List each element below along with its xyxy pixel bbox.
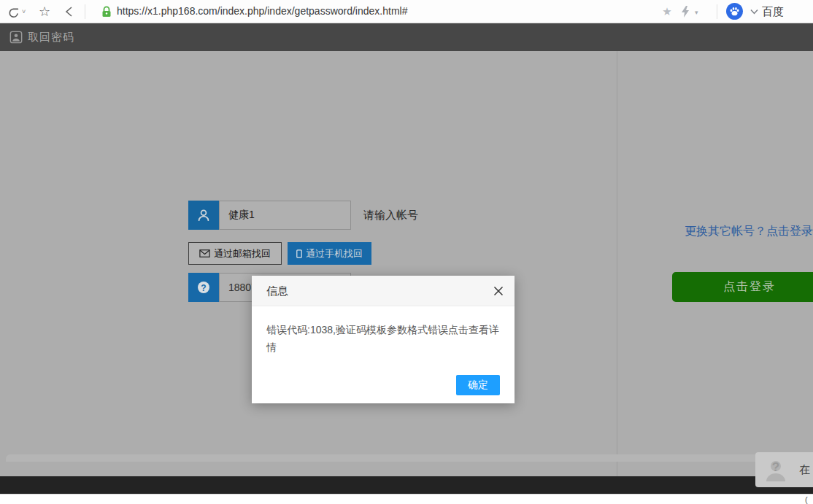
page-star-icon[interactable]: ★ [659,4,675,20]
content-divider [617,51,617,476]
content-panel-bottom-edge [6,454,813,462]
page-header: 取回密码 [0,23,813,51]
account-badge-icon [9,30,23,44]
dialog-message: 错误代码:1038,验证码模板参数格式错误点击查看详情 [252,306,515,356]
page-content-shaded: 请输入帐号 通过邮箱找回 通过手机找回 ? 更换其它帐号？点击登录 点击登录 [0,51,813,476]
account-icon-box [188,201,219,230]
flash-icon[interactable] [677,4,693,20]
browser-toolbar: ˅ ☆ https://x1.php168.com/index.php/inde… [0,0,813,23]
click-login-button[interactable]: 点击登录 [672,272,813,302]
svg-text:?: ? [772,460,779,474]
service-person-question-icon: ? [763,457,789,483]
recover-by-email-label: 通过邮箱找回 [214,247,271,260]
engine-dropdown-chevron-icon[interactable] [746,4,762,20]
undo-dropdown-caret-icon[interactable]: ˅ [22,8,26,15]
baidu-logo-icon[interactable] [726,3,743,20]
recover-by-phone-label: 通过手机找回 [306,247,363,260]
undo-arrow-icon[interactable] [6,4,22,20]
question-icon-box: ? [188,273,219,302]
service-label: 在 [799,463,810,477]
user-icon [196,207,212,223]
message-dialog: 信息 错误代码:1038,验证码模板参数格式错误点击查看详情 确定 [252,276,515,403]
mobile-phone-icon [296,249,302,258]
screenshot-stage: ˅ ☆ https://x1.php168.com/index.php/inde… [0,0,813,504]
footer-bar [0,476,813,494]
address-bar-url[interactable]: https://x1.php168.com/index.php/index/ge… [117,0,407,23]
switch-account-login-link[interactable]: 更换其它帐号？点击登录 [685,224,813,239]
dialog-ok-button[interactable]: 确定 [456,375,500,395]
extensions-caret-icon[interactable]: ▾ [695,9,698,16]
recover-by-email-button[interactable]: 通过邮箱找回 [188,242,282,265]
toolbar-separator [85,4,85,19]
status-strip: ( [0,494,813,504]
favorite-star-icon[interactable]: ☆ [36,4,53,20]
account-hint-label: 请输入帐号 [363,201,418,230]
account-input[interactable] [219,201,351,230]
recover-by-phone-button[interactable]: 通过手机找回 [288,242,371,265]
online-service-widget[interactable]: ? 在 [755,452,813,487]
toolbar-separator-2 [717,4,717,19]
dialog-header: 信息 [252,276,515,306]
https-lock-icon[interactable] [99,4,115,20]
question-icon: ? [196,279,212,295]
dialog-close-icon[interactable] [493,285,504,297]
status-partial-text: ( [805,495,808,504]
mail-icon [199,249,210,257]
page-title: 取回密码 [28,23,74,51]
svg-text:?: ? [201,283,206,293]
search-engine-label[interactable]: 百度 [762,0,784,23]
back-chevron-icon[interactable] [61,4,77,20]
dialog-title: 信息 [266,276,288,306]
